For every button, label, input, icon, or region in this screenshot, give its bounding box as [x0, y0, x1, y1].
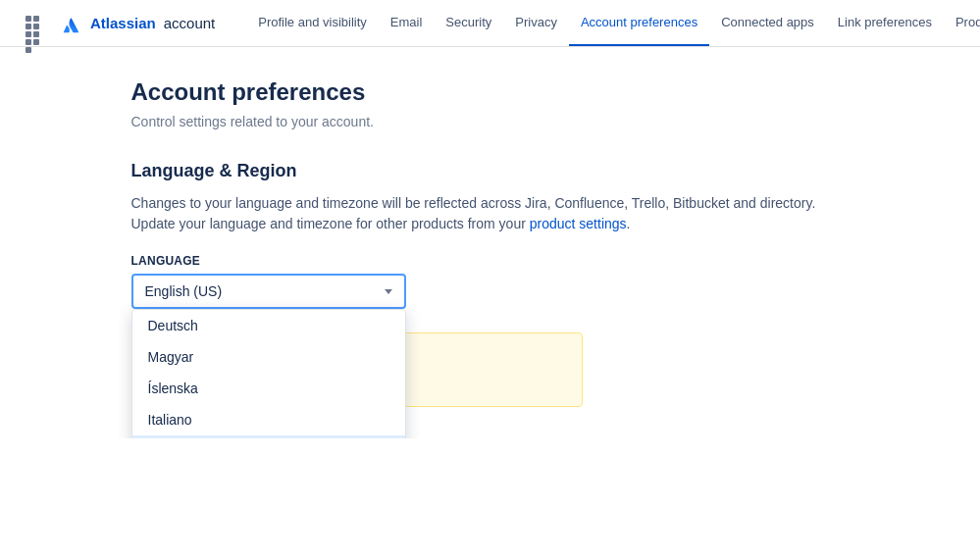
- dropdown-item-islenska[interactable]: Íslenska: [132, 373, 405, 404]
- grid-icon: [24, 14, 43, 33]
- nav-item-security[interactable]: Security: [434, 0, 503, 46]
- nav-item-privacy[interactable]: Privacy: [503, 0, 569, 46]
- main-content: Account preferences Control settings rel…: [108, 47, 873, 438]
- dropdown-item-japanese[interactable]: 日本語: [132, 435, 405, 438]
- language-field-label: Language: [131, 254, 850, 268]
- atlassian-logo-icon: [59, 12, 82, 35]
- chevron-down-icon: [385, 289, 392, 294]
- section-desc-text2: .: [627, 216, 631, 231]
- logo-brand-text: Atlassian: [90, 15, 156, 31]
- section-desc-text1: Changes to your language and timezone wi…: [131, 195, 816, 231]
- dropdown-item-magyar[interactable]: Magyar: [132, 341, 405, 373]
- language-select-wrapper: English (US) Deutsch Magyar Íslenska Ita…: [131, 274, 406, 309]
- language-dropdown-list: Deutsch Magyar Íslenska Italiano 日本語 한국어…: [131, 309, 406, 438]
- dropdown-item-deutsch[interactable]: Deutsch: [132, 310, 405, 341]
- language-region-desc: Changes to your language and timezone wi…: [131, 193, 850, 234]
- nav-item-product-settings[interactable]: Product settings: [944, 0, 980, 46]
- language-region-title: Language & Region: [131, 161, 850, 181]
- main-nav: Profile and visibility Email Security Pr…: [246, 0, 980, 46]
- nav-item-profile[interactable]: Profile and visibility: [246, 0, 379, 46]
- nav-item-email[interactable]: Email: [379, 0, 435, 46]
- language-select[interactable]: English (US): [131, 274, 406, 309]
- nav-item-account-preferences[interactable]: Account preferences: [569, 0, 709, 46]
- nav-item-link-preferences[interactable]: Link preferences: [826, 0, 944, 46]
- logo-account-text: account: [164, 15, 216, 31]
- logo-area: Atlassian account: [24, 12, 215, 35]
- language-selected-value: English (US): [145, 283, 223, 299]
- dropdown-item-italiano[interactable]: Italiano: [132, 404, 405, 435]
- page-title: Account preferences: [131, 78, 850, 106]
- header: Atlassian account Profile and visibility…: [0, 0, 980, 47]
- nav-item-connected-apps[interactable]: Connected apps: [709, 0, 826, 46]
- page-subtitle: Control settings related to your account…: [131, 114, 850, 129]
- product-settings-link[interactable]: product settings: [530, 216, 627, 231]
